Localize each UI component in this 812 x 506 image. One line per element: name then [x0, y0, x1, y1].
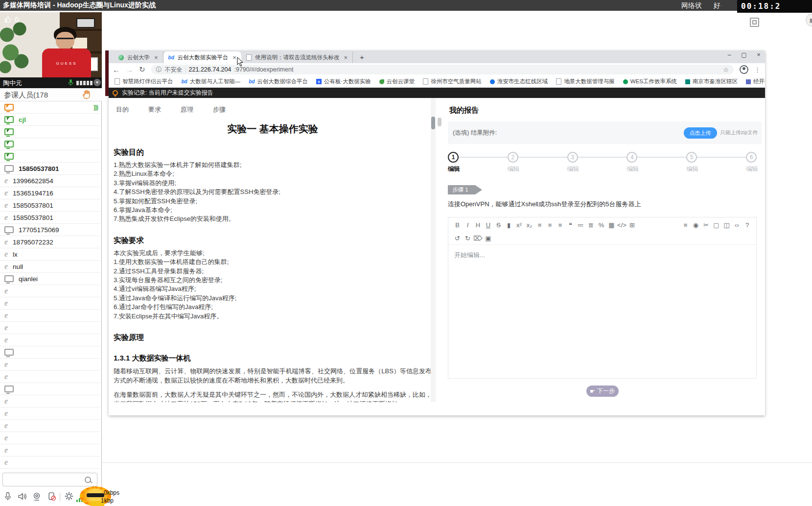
participant-row[interactable]	[0, 150, 102, 163]
participant-row[interactable]: e13996622854	[0, 175, 102, 187]
participant-row[interactable]: e	[0, 310, 102, 322]
participant-row[interactable]: e	[0, 444, 102, 457]
italic-icon[interactable]: I	[463, 220, 473, 230]
participant-row[interactable]: e	[0, 285, 102, 297]
bookmark-item[interactable]: bd云创大数据综合平台	[249, 78, 308, 85]
bookmark-item[interactable]: 淮安市生态红线区域	[490, 78, 548, 85]
preview-icon[interactable]: ◉	[691, 220, 701, 230]
participant-row[interactable]: e	[0, 297, 102, 310]
minimize-icon[interactable]: –	[726, 51, 733, 58]
align-center-icon[interactable]: ≡	[545, 220, 555, 230]
bookmark-item[interactable]: bd大数据与人工智能—	[182, 78, 241, 85]
doc-scrollbar[interactable]	[431, 98, 436, 402]
stepper-step[interactable]: 1编辑	[448, 152, 459, 173]
editor-placeholder[interactable]: 开始编辑...	[454, 251, 750, 260]
tab-close-icon[interactable]: ×	[343, 54, 348, 61]
side-panel-handle[interactable]: ◧	[806, 14, 812, 26]
mic-active-icon[interactable]	[68, 79, 74, 86]
phone-disabled-icon[interactable]	[47, 492, 56, 501]
code-icon[interactable]: </>	[617, 220, 627, 230]
bookmark-item[interactable]: WES工作效率系统	[623, 78, 677, 85]
underline-icon[interactable]: U	[483, 220, 493, 230]
browser-tab[interactable]: 云创大学×	[114, 51, 163, 63]
bold-icon[interactable]: B	[452, 220, 463, 230]
quote-icon[interactable]: ❝	[565, 220, 576, 230]
participant-row[interactable]	[0, 346, 102, 359]
participant-row[interactable]: e	[0, 457, 102, 469]
ordered-list-icon[interactable]: ≔	[576, 220, 586, 230]
undo-icon[interactable]: ↺	[452, 234, 463, 243]
participant-row[interactable]: 15850537801	[0, 163, 102, 175]
participant-row[interactable]: e	[0, 395, 102, 408]
next-step-button[interactable]: ☛ 下一步	[586, 386, 619, 397]
side-by-side-icon[interactable]: ◫	[721, 220, 732, 230]
browser-tab[interactable]: bd云创大数据实验平台×	[163, 51, 241, 63]
participant-row[interactable]: e15850537801	[0, 212, 102, 224]
bookmark-item[interactable]: 徐州市空气质量网站	[423, 78, 482, 85]
participant-row[interactable]	[0, 138, 102, 150]
bookmark-star-icon[interactable]: ☆	[723, 66, 729, 73]
webcam-icon[interactable]	[32, 492, 41, 501]
speaker-icon[interactable]	[18, 492, 27, 501]
like-counter[interactable]: 0	[4, 15, 19, 24]
fullscreen-icon[interactable]	[750, 18, 759, 27]
mark-icon[interactable]: ▮	[504, 220, 514, 230]
stepper-step[interactable]: 5编辑	[686, 152, 697, 173]
save-icon[interactable]: ▣	[483, 234, 493, 243]
lines-icon[interactable]: ≡	[680, 220, 691, 230]
participant-row[interactable]: e	[0, 334, 102, 346]
unordered-list-icon[interactable]: ≣	[586, 220, 596, 230]
doc-nav-item[interactable]: 原理	[181, 105, 193, 114]
code-block-icon[interactable]: ‹›	[732, 220, 742, 230]
mic-icon[interactable]	[4, 492, 12, 501]
participant-row[interactable]: qianlei	[0, 273, 102, 285]
link-icon[interactable]: %	[596, 220, 606, 230]
report-editor[interactable]: BIHUS▮x²x₂≡≡≡❝≔≣%▦</>⊞ ≡◉✂▢◫‹›? ↺↻⌦▣ 开始编…	[448, 217, 757, 379]
participant-row[interactable]: e	[0, 432, 102, 444]
participant-row[interactable]: e	[0, 322, 102, 334]
participant-row[interactable]: e18795072232	[0, 236, 102, 248]
participant-row[interactable]: )))	[0, 101, 102, 114]
doc-scroll-thumb[interactable]	[431, 117, 435, 129]
participants-search-input[interactable]	[6, 474, 85, 485]
bookmark-item[interactable]: 云创云课堂	[379, 78, 415, 85]
chevron-down-icon[interactable]: ▼	[93, 79, 101, 86]
participant-row[interactable]: e	[0, 359, 102, 371]
reload-icon[interactable]: ↻	[139, 65, 145, 74]
bookmark-item[interactable]: 经开区智慧环保平台	[746, 78, 765, 85]
participant-row[interactable]: cjl	[0, 114, 102, 126]
stepper-step[interactable]: 3编辑	[567, 152, 578, 173]
participant-row[interactable]: e	[0, 408, 102, 420]
forward-icon[interactable]: →	[126, 66, 133, 74]
bookmark-item[interactable]: 南京市秦淮区辖区	[685, 78, 738, 85]
bookmark-item[interactable]: 地景大数据管理与服	[556, 78, 615, 85]
subscript-icon[interactable]: x₂	[524, 220, 534, 230]
table-icon[interactable]: ⊞	[627, 220, 637, 230]
participant-row[interactable]: e15365194716	[0, 187, 102, 199]
info-icon[interactable]: ⓘ	[156, 66, 162, 74]
browser-menu-icon[interactable]: ⋮	[754, 66, 761, 73]
gear-icon[interactable]	[65, 492, 73, 501]
browser-tab[interactable]: 使用说明：请双击流览纸张头标改×	[241, 51, 353, 63]
participant-row[interactable]: e15850537801	[0, 199, 102, 212]
participant-row[interactable]: e	[0, 420, 102, 432]
maximize-icon[interactable]: ▢	[741, 51, 747, 58]
raise-hand-icon[interactable]	[83, 90, 91, 99]
help-icon[interactable]: ?	[742, 220, 752, 230]
fullscreen-icon[interactable]: ▢	[711, 220, 721, 230]
redo-icon[interactable]: ↻	[463, 234, 473, 243]
participant-row[interactable]: enull	[0, 261, 102, 273]
doc-nav-item[interactable]: 要求	[148, 105, 161, 114]
close-icon[interactable]: ×	[755, 51, 762, 58]
scissors-icon[interactable]: ✂	[701, 220, 711, 230]
participant-row[interactable]: elx	[0, 248, 102, 261]
stepper-step[interactable]: 4编辑	[626, 152, 637, 173]
heading-icon[interactable]: H	[473, 220, 483, 230]
participant-row[interactable]: e	[0, 371, 102, 383]
strikethrough-icon[interactable]: S	[493, 220, 504, 230]
bookmark-item[interactable]: 智慧路灯伴侣云平台	[115, 78, 173, 85]
image-icon[interactable]: ▦	[606, 220, 617, 230]
tab-close-icon[interactable]: ×	[153, 54, 159, 61]
stepper-step[interactable]: 2编辑	[508, 152, 518, 173]
trash-icon[interactable]: ⌦	[473, 234, 483, 243]
